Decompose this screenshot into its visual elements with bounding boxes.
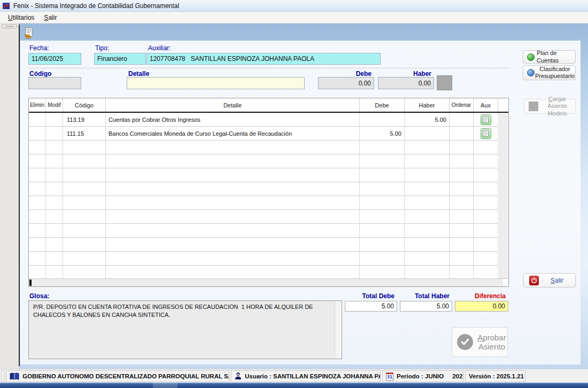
table-cell (450, 168, 474, 182)
entries-grid: Elimin Modif Código Detalle Debe Haber O… (28, 98, 509, 287)
user-icon (235, 372, 242, 380)
table-row[interactable] (29, 266, 508, 280)
table-cell (29, 127, 46, 141)
col-debe[interactable]: Debe (360, 98, 405, 112)
table-cell (63, 266, 106, 280)
plan-de-cuentas-button[interactable]: Plan de Cuentas (523, 50, 576, 64)
table-cell (360, 196, 405, 210)
table-cell (29, 168, 46, 182)
table-cell (450, 238, 474, 252)
menu-utilitarios-label: tilitarios (13, 14, 35, 21)
salir-button[interactable]: Salir (523, 273, 576, 288)
rail-collapse-handle[interactable] (2, 25, 17, 28)
table-row[interactable] (29, 168, 508, 182)
table-cell (450, 182, 474, 196)
tipo-input[interactable]: Financiero (94, 53, 146, 65)
table-cell (29, 141, 46, 154)
aux-button[interactable] (481, 114, 491, 125)
col-haber[interactable]: Haber (405, 98, 450, 112)
table-cell (63, 238, 106, 252)
table-cell (450, 141, 474, 154)
col-aux[interactable]: Aux (474, 98, 498, 112)
table-cell (360, 141, 405, 154)
table-row[interactable] (29, 196, 508, 210)
table-cell (106, 266, 360, 280)
cargar-asiento-modelo-button[interactable]: Cargar AsientoModelo (524, 99, 576, 114)
fecha-label: Fecha: (29, 44, 49, 52)
detalle-label: Detalle (128, 70, 149, 77)
book-icon (10, 373, 19, 380)
cargar-accel: C (548, 96, 553, 102)
clasificador-presupuestario-button[interactable]: ClasificadorPresupuestario (523, 65, 576, 80)
entity-text: GOBIERNO AUTONOMO DESCENTRALIZADO PARROQ… (22, 373, 229, 379)
aprobar-asiento-button[interactable]: AprobarAsiento (452, 327, 508, 357)
table-row[interactable] (29, 224, 508, 238)
table-cell (405, 196, 450, 210)
table-cell (63, 224, 106, 238)
col-codigo[interactable]: Código (63, 98, 106, 112)
table-cell (63, 154, 106, 168)
table-row[interactable] (29, 141, 508, 154)
table-cell (63, 168, 106, 182)
table-cell (360, 266, 405, 280)
detalle-input[interactable] (127, 77, 305, 89)
status-spacer (1, 370, 4, 382)
add-entry-button[interactable] (437, 75, 452, 90)
calendar-icon: 31 (386, 372, 393, 381)
aprobar-line1: probar (483, 333, 506, 342)
col-ordenar[interactable]: Ordenar (450, 98, 474, 112)
haber-input[interactable]: 0.00 (378, 77, 434, 89)
fecha-input[interactable]: 11/06/2025 (28, 53, 81, 65)
table-cell: 5.00 (405, 113, 450, 127)
total-debe-label: Total Debe (345, 292, 394, 300)
col-detalle[interactable]: Detalle (106, 98, 360, 112)
table-cell (29, 196, 46, 210)
table-cell (450, 196, 474, 210)
table-cell (360, 238, 405, 252)
table-cell (106, 141, 360, 154)
table-cell (63, 141, 106, 154)
table-cell (450, 224, 474, 238)
grid-body: 113.19Cuentas por Cobrar Otros Ingresos5… (29, 113, 508, 280)
aux-button[interactable] (481, 128, 491, 139)
table-cell (46, 224, 63, 238)
gray-square-icon (529, 102, 538, 111)
table-row[interactable] (29, 154, 508, 168)
table-cell (405, 224, 450, 238)
table-cell (46, 238, 63, 252)
table-cell (405, 210, 450, 224)
table-cell (360, 252, 405, 266)
glosa-textarea[interactable]: P/R. DEPOSITO EN CUENTA ROTATIVA DE INGR… (28, 300, 342, 359)
table-row[interactable] (29, 182, 508, 196)
table-cell (106, 224, 360, 238)
col-elimin[interactable]: Elimin (29, 98, 46, 112)
table-cell (450, 127, 474, 141)
table-row[interactable] (29, 210, 508, 224)
grid-vertical-scrollbar[interactable] (499, 113, 508, 278)
table-cell (46, 141, 63, 154)
power-icon (529, 276, 539, 285)
table-cell (106, 210, 360, 224)
menu-bar: Utilitarios Salir (0, 12, 588, 24)
codigo-input[interactable] (28, 77, 81, 89)
grid-horizontal-scrollbar[interactable] (29, 278, 508, 286)
table-row[interactable] (29, 238, 508, 252)
auxiliar-input[interactable]: 1207708478 SANTILLAN ESPINOZA JOHANNA PA… (146, 53, 381, 65)
cargar-label: Cargar AsientoModelo (539, 96, 575, 117)
table-cell (29, 224, 46, 238)
menu-utilitarios[interactable]: Utilitarios (3, 13, 39, 22)
table-cell (474, 113, 498, 127)
table-cell (46, 127, 63, 141)
glosa-scrollbar[interactable] (335, 301, 342, 359)
table-row[interactable]: 111.15Bancos Comerciales Moneda de Curso… (29, 127, 508, 141)
green-sphere-icon (527, 53, 535, 61)
salir-rest: alir (555, 277, 563, 284)
debe-input[interactable]: 0.00 (318, 77, 374, 89)
table-row[interactable] (29, 252, 508, 266)
table-cell (29, 238, 46, 252)
col-modif[interactable]: Modif (46, 98, 63, 112)
title-bar: Fenix - Sistema Integrado de Contabilida… (0, 0, 588, 12)
scrollbar-thumb[interactable] (29, 280, 32, 286)
menu-salir[interactable]: Salir (39, 13, 61, 22)
table-row[interactable]: 113.19Cuentas por Cobrar Otros Ingresos5… (29, 113, 508, 127)
